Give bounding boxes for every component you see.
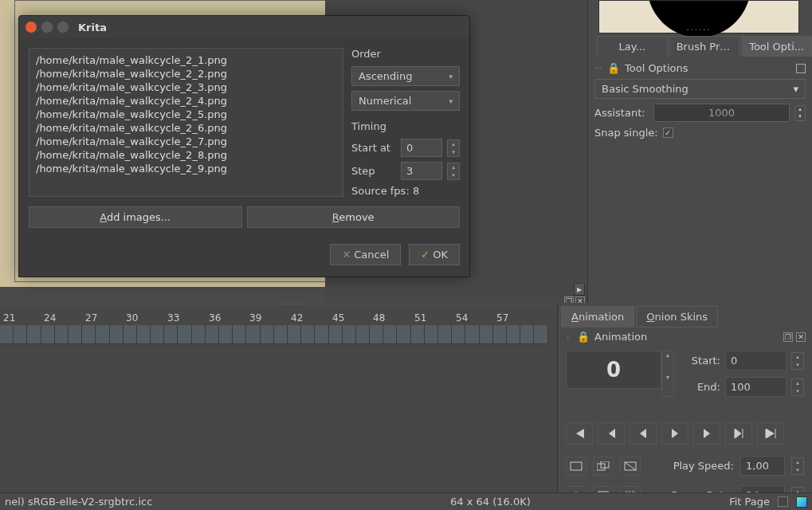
prev-keyframe-button[interactable] xyxy=(598,422,625,445)
add-blank-frame-icon[interactable] xyxy=(566,457,586,476)
scroll-right-icon[interactable]: ▶ xyxy=(574,283,585,296)
prev-frame-button[interactable] xyxy=(630,422,657,445)
dialog-titlebar[interactable]: Krita xyxy=(19,16,469,38)
current-frame-display[interactable]: 0 xyxy=(566,351,661,389)
file-item[interactable]: /home/krita/male_walkcycle_2_6.png xyxy=(34,121,338,135)
frame-cell[interactable] xyxy=(534,325,547,344)
file-item[interactable]: /home/krita/male_walkcycle_2_2.png xyxy=(34,67,338,80)
delete-frame-icon[interactable] xyxy=(620,457,641,476)
tab-layers[interactable]: Lay... xyxy=(597,36,668,57)
frame-cell[interactable] xyxy=(178,325,191,344)
grip-handle[interactable]: ...... xyxy=(282,298,305,306)
fit-page-checkbox[interactable] xyxy=(778,496,788,507)
maximize-icon[interactable] xyxy=(57,22,69,33)
frame-cell[interactable] xyxy=(233,325,246,344)
frame-cell[interactable] xyxy=(343,325,356,344)
frame-cell[interactable] xyxy=(480,325,493,344)
frame-cell[interactable] xyxy=(246,325,260,344)
current-frame-spinner[interactable]: ▴▾ xyxy=(661,351,674,397)
play-speed-spinner[interactable]: ▴▾ xyxy=(791,457,804,475)
file-item[interactable]: /home/krita/male_walkcycle_2_1.png xyxy=(34,53,338,67)
frame-cell[interactable] xyxy=(452,325,465,344)
start-at-spinner[interactable]: ▴▾ xyxy=(447,139,460,157)
frame-cell[interactable] xyxy=(288,325,301,344)
tab-onion-skins[interactable]: Onion Skins xyxy=(636,306,718,328)
frame-cell[interactable] xyxy=(164,325,178,344)
frame-cell[interactable] xyxy=(425,325,438,344)
file-item[interactable]: /home/krita/male_walkcycle_2_8.png xyxy=(34,148,338,162)
frame-cell[interactable] xyxy=(206,325,219,344)
frame-cell[interactable] xyxy=(315,325,328,344)
frame-cell[interactable] xyxy=(261,325,274,344)
frame-cell[interactable] xyxy=(41,325,55,344)
start-input[interactable]: 0 xyxy=(725,351,787,371)
frame-cell[interactable] xyxy=(124,325,137,344)
file-item[interactable]: /home/krita/male_walkcycle_2_3.png xyxy=(34,80,338,94)
close-panel-icon[interactable]: ✕ xyxy=(796,332,806,342)
end-input[interactable]: 100 xyxy=(725,377,787,397)
frame-cell[interactable] xyxy=(192,325,206,344)
step-input[interactable]: 3 xyxy=(401,162,442,180)
frame-cell[interactable] xyxy=(110,325,124,344)
end-spinner[interactable]: ▴▾ xyxy=(791,379,804,396)
cancel-button[interactable]: ✕ Cancel xyxy=(330,244,401,265)
frame-cell[interactable] xyxy=(329,325,343,344)
grip-handle[interactable]: ...... xyxy=(686,23,711,32)
file-item[interactable]: /home/krita/male_walkcycle_2_7.png xyxy=(34,135,338,148)
frame-cell[interactable] xyxy=(96,325,109,344)
frame-cell[interactable] xyxy=(520,325,534,344)
dock-grip-icon[interactable]: ⋮ xyxy=(564,332,572,341)
frame-cell[interactable] xyxy=(493,325,507,344)
frame-cell[interactable] xyxy=(356,325,370,344)
timeline-ruler[interactable]: 21 24 27 30 33 36 39 42 45 48 51 54 57 xyxy=(0,312,587,325)
frame-cell[interactable] xyxy=(14,325,27,344)
tab-brush-presets[interactable]: Brush Pres... xyxy=(669,36,740,57)
frame-cell[interactable] xyxy=(465,325,479,344)
frame-cell[interactable] xyxy=(0,325,14,344)
frame-cell[interactable] xyxy=(82,325,96,344)
frame-cell[interactable] xyxy=(397,325,410,344)
next-frame-button[interactable] xyxy=(693,422,720,445)
frame-cell[interactable] xyxy=(383,325,397,344)
tab-tool-options[interactable]: Tool Opti... xyxy=(741,36,812,57)
next-keyframe-button[interactable] xyxy=(725,422,752,445)
assistant-input[interactable]: 1000 xyxy=(653,104,790,122)
start-at-input[interactable]: 0 xyxy=(401,139,442,157)
ok-button[interactable]: ✓ OK xyxy=(409,244,460,265)
frame-cell[interactable] xyxy=(137,325,151,344)
remove-button[interactable]: Remove xyxy=(247,206,461,228)
frame-cell[interactable] xyxy=(27,325,41,344)
file-item[interactable]: /home/krita/male_walkcycle_2_5.png xyxy=(34,108,338,121)
frame-cell[interactable] xyxy=(370,325,383,344)
duplicate-frame-icon[interactable] xyxy=(593,457,614,476)
frame-cell[interactable] xyxy=(69,325,82,344)
start-spinner[interactable]: ▴▾ xyxy=(791,352,804,370)
add-images-button[interactable]: Add images... xyxy=(29,206,242,228)
fit-page-select[interactable]: Fit Page xyxy=(729,496,770,508)
timeline-frames[interactable] xyxy=(0,325,587,344)
frame-cell[interactable] xyxy=(151,325,164,344)
skip-end-button[interactable] xyxy=(757,422,784,445)
file-item[interactable]: /home/krita/male_walkcycle_2_4.png xyxy=(34,94,338,108)
frame-cell[interactable] xyxy=(219,325,233,344)
assistant-spinner[interactable]: ▴▾ xyxy=(794,105,806,121)
frame-cell[interactable] xyxy=(507,325,520,344)
dock-grip-icon[interactable]: ⋮ xyxy=(594,65,602,73)
frame-cell[interactable] xyxy=(55,325,69,344)
file-item[interactable]: /home/krita/male_walkcycle_2_9.png xyxy=(34,162,338,175)
smoothing-select[interactable]: Basic Smoothing ▾ xyxy=(594,79,806,99)
play-button[interactable] xyxy=(661,422,688,445)
frame-cell[interactable] xyxy=(438,325,452,344)
frame-cell[interactable] xyxy=(301,325,315,344)
frame-cell[interactable] xyxy=(411,325,425,344)
frame-cell[interactable] xyxy=(274,325,288,344)
float-panel-icon[interactable] xyxy=(796,64,806,73)
close-icon[interactable] xyxy=(25,22,37,33)
skip-start-button[interactable] xyxy=(566,422,593,445)
play-speed-input[interactable]: 1,00 xyxy=(740,456,785,476)
snap-single-checkbox[interactable]: ✓ xyxy=(663,128,673,138)
zoom-gradient-icon[interactable] xyxy=(796,496,807,508)
step-spinner[interactable]: ▴▾ xyxy=(447,163,460,180)
minimize-icon[interactable] xyxy=(41,22,53,33)
order-direction-select[interactable]: Ascending ▾ xyxy=(351,66,460,86)
